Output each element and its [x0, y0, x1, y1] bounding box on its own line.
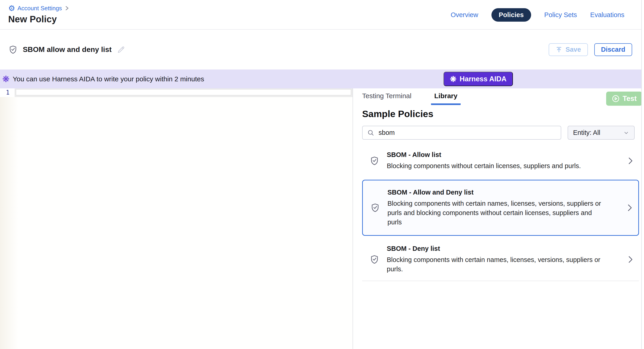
- save-button[interactable]: Save: [549, 43, 588, 56]
- library-panel: Testing Terminal Library Test Sample Pol…: [353, 88, 644, 349]
- policy-card-body: SBOM - Allow list Blocking components wi…: [387, 151, 601, 171]
- main-split: 1 Testing Terminal Library Test Sample P…: [0, 88, 644, 349]
- nav-tab-policies[interactable]: Policies: [492, 8, 531, 22]
- policy-name-group: SBOM allow and deny list: [8, 45, 126, 54]
- aida-banner-message: You can use Harness AIDA to write your p…: [13, 75, 204, 83]
- breadcrumb-chevron-right-icon: [65, 5, 69, 11]
- nav-tab-evaluations[interactable]: Evaluations: [590, 11, 624, 19]
- shield-check-icon: [370, 255, 380, 265]
- shield-check-icon: [8, 45, 18, 54]
- tab-testing-terminal[interactable]: Testing Terminal: [362, 92, 412, 105]
- policy-card-title: SBOM - Deny list: [387, 245, 601, 252]
- aida-button-sparkle-icon: ❋: [450, 75, 456, 83]
- policy-card-sbom-allow-and-deny-list[interactable]: SBOM - Allow and Deny list Blocking comp…: [362, 180, 639, 236]
- page-header: ⚙ Account Settings New Policy Overview P…: [0, 0, 644, 30]
- aida-sparkle-icon: ❋: [2, 75, 10, 83]
- nav-tab-policy-sets[interactable]: Policy Sets: [544, 11, 577, 19]
- policy-card-title: SBOM - Allow list: [387, 151, 601, 159]
- policy-card-description: Blocking components with certain names, …: [388, 199, 602, 227]
- toolbar-actions: Save Discard: [549, 43, 632, 56]
- policy-card-body: SBOM - Deny list Blocking components wit…: [387, 245, 601, 274]
- discard-button[interactable]: Discard: [594, 43, 632, 56]
- chevron-right-icon[interactable]: [626, 203, 633, 212]
- nav-tab-overview[interactable]: Overview: [450, 11, 478, 19]
- test-button-label: Test: [622, 94, 636, 103]
- tab-library[interactable]: Library: [431, 92, 461, 105]
- discard-button-label: Discard: [601, 46, 625, 53]
- policy-card-sbom-allow-list[interactable]: SBOM - Allow list Blocking components wi…: [362, 151, 639, 171]
- panel-tabs: Testing Terminal Library: [362, 92, 644, 105]
- search-box: [362, 126, 561, 140]
- entity-filter-dropdown[interactable]: Entity: All: [568, 126, 635, 140]
- save-button-label: Save: [566, 46, 581, 53]
- shield-check-icon: [370, 203, 380, 213]
- entity-filter-value: Entity: All: [573, 129, 600, 136]
- shield-check-icon: [370, 156, 380, 166]
- settings-gear-icon: ⚙: [8, 4, 15, 12]
- search-filter-row: Entity: All: [362, 126, 644, 140]
- policy-card-description: Blocking components with certain names, …: [387, 255, 601, 274]
- upload-icon: [556, 46, 562, 53]
- chevron-right-icon[interactable]: [627, 255, 634, 264]
- policy-card-body: SBOM - Allow and Deny list Blocking comp…: [388, 189, 602, 227]
- page-title: New Policy: [8, 14, 69, 24]
- header-left: ⚙ Account Settings New Policy: [8, 4, 69, 29]
- harness-aida-button[interactable]: ❋ Harness AIDA: [444, 72, 513, 86]
- module-nav: Overview Policies Policy Sets Evaluation…: [450, 6, 624, 24]
- list-divider: [362, 281, 639, 281]
- breadcrumb: ⚙ Account Settings: [8, 4, 69, 13]
- sample-policy-list: SBOM - Allow list Blocking components wi…: [362, 151, 644, 281]
- editor-current-line-wrap: [14, 88, 352, 97]
- test-button[interactable]: Test: [606, 92, 642, 106]
- policy-name: SBOM allow and deny list: [23, 45, 112, 54]
- search-icon: [367, 129, 374, 136]
- chevron-right-icon[interactable]: [627, 156, 634, 165]
- edit-pencil-icon[interactable]: [116, 45, 126, 54]
- policy-toolbar: SBOM allow and deny list Save Discard: [0, 30, 644, 69]
- policy-card-description: Blocking components without certain lice…: [387, 161, 601, 171]
- new-policy-page: ⚙ Account Settings New Policy Overview P…: [0, 0, 644, 349]
- editor-line-number: 1: [0, 88, 14, 97]
- search-input[interactable]: [378, 129, 556, 137]
- breadcrumb-account-settings-link[interactable]: Account Settings: [17, 5, 62, 12]
- editor-line-1[interactable]: 1: [0, 88, 352, 97]
- page-scrollbar[interactable]: [641, 0, 644, 349]
- editor-current-line[interactable]: [16, 89, 351, 95]
- sample-policies-heading: Sample Policies: [362, 109, 644, 119]
- aida-banner: ❋ You can use Harness AIDA to write your…: [0, 69, 641, 88]
- policy-card-sbom-deny-list[interactable]: SBOM - Deny list Blocking components wit…: [362, 245, 639, 274]
- policy-code-editor[interactable]: 1: [0, 88, 353, 349]
- play-circle-icon: [612, 94, 620, 103]
- chevron-down-icon: [623, 130, 629, 136]
- aida-button-label: Harness AIDA: [460, 75, 507, 83]
- policy-card-title: SBOM - Allow and Deny list: [388, 189, 602, 196]
